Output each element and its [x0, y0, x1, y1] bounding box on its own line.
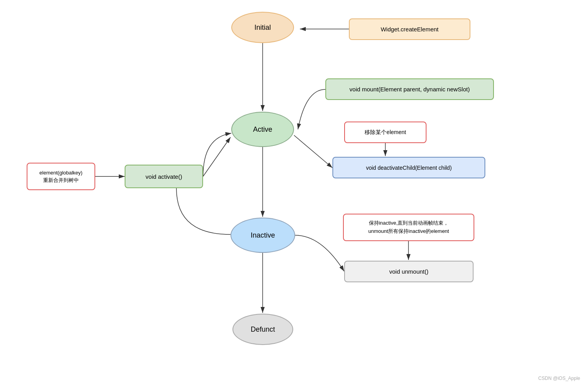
node-element-globalkey: element(globalkey) 重新合并到树中	[27, 163, 95, 190]
node-deactivate-child: void deactivateChild(Element child)	[332, 157, 485, 178]
element-globalkey-label: element(globalkey) 重新合并到树中	[40, 169, 83, 184]
node-initial: Initial	[231, 12, 294, 43]
inactive-label: Inactive	[250, 231, 275, 240]
activate-label: void activate()	[145, 173, 182, 180]
svg-line-5	[294, 135, 332, 168]
remove-element-label: 移除某个element	[365, 129, 406, 136]
svg-line-4	[203, 137, 230, 176]
node-active: Active	[231, 112, 294, 147]
active-label: Active	[253, 125, 272, 134]
diagram: Initial Active Inactive Defunct Widget.c…	[0, 0, 588, 385]
node-unmount: void unmount()	[344, 261, 474, 282]
arrows-svg	[0, 0, 588, 385]
node-mount: void mount(Element parent, dynamic newSl…	[325, 78, 494, 100]
widget-create-label: Widget.createElement	[381, 26, 439, 33]
node-keep-inactive: 保持inactive,直到当前动画帧结束， unmount所有保持inactiv…	[343, 214, 474, 241]
unmount-label: void unmount()	[389, 268, 428, 275]
mount-label: void mount(Element parent, dynamic newSl…	[350, 86, 470, 93]
deactivate-child-label: void deactivateChild(Element child)	[366, 165, 452, 171]
node-activate: void activate()	[125, 165, 203, 188]
defunct-label: Defunct	[250, 325, 275, 334]
node-defunct: Defunct	[232, 314, 293, 345]
watermark: CSDN @iOS_Apple	[538, 376, 580, 381]
watermark-text: CSDN @iOS_Apple	[538, 376, 580, 381]
initial-label: Initial	[254, 24, 271, 32]
node-remove-element: 移除某个element	[344, 122, 426, 143]
keep-inactive-label: 保持inactive,直到当前动画帧结束， unmount所有保持inactiv…	[368, 219, 449, 236]
node-inactive: Inactive	[230, 218, 295, 253]
node-widget-create: Widget.createElement	[349, 18, 470, 40]
